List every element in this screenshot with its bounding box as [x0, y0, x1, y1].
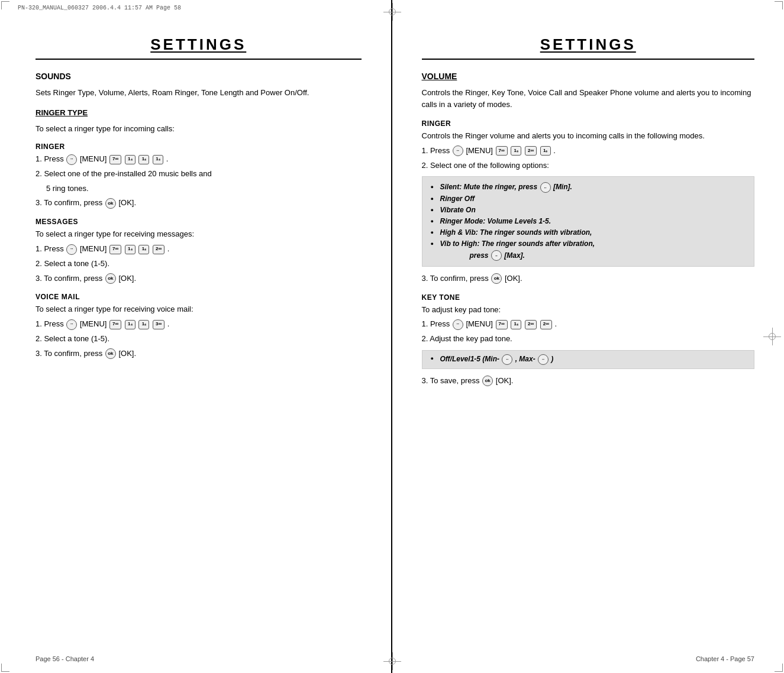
r-key-1b: 1ₛ: [540, 146, 551, 156]
kt-max-key: ··: [538, 354, 549, 365]
r-menu-key: ··: [453, 145, 463, 156]
ringer-type-intro: To select a ringer type for incoming cal…: [36, 123, 362, 135]
msg-key-2: 2∞: [153, 245, 164, 254]
right-ringer-step2: 2. Select one of the following options:: [422, 160, 755, 172]
menu-key-icon: ··: [66, 154, 77, 165]
right-divider: [422, 59, 755, 60]
left-divider: [36, 59, 362, 60]
ringer-step2: 2. Select one of the pre-installed 20 mu…: [36, 168, 362, 180]
keytone-step1: 1. Press ·· [MENU] 7∞ 1ₛ 2∞ 2∞ .: [422, 318, 755, 331]
corner-bracket-bl: [1, 664, 9, 672]
volume-heading: VOLUME: [422, 72, 755, 81]
messages-step3: 3. To confirm, press ok [OK].: [36, 273, 362, 285]
key-1c: 1ₛ: [153, 155, 163, 164]
right-ringer-step3: 3. To confirm, press ok [OK].: [422, 273, 755, 285]
vm-key-7: 7∞: [109, 320, 121, 329]
reg-mark-right: [763, 328, 781, 345]
keytone-option-box: Off/Level1-5 (Min- ·· , Max- ·· ): [422, 350, 755, 369]
kt-key-1: 1ₛ: [511, 320, 521, 329]
left-column: SETTINGS SOUNDS Sets Ringer Type, Volume…: [0, 0, 392, 673]
max-key: ··: [491, 250, 502, 261]
msg-key-7: 7∞: [109, 245, 121, 254]
volume-intro: Controls the Ringer, Key Tone, Voice Cal…: [422, 87, 755, 110]
keytone-step2: 2. Adjust the key pad tone.: [422, 333, 755, 345]
vm-key-3: 3∞: [153, 320, 164, 329]
ringer-sub-heading: RINGER: [36, 143, 362, 151]
option-high-vib: High & Vib: The ringer sounds with vibra…: [431, 227, 746, 238]
ringer-type-heading: RINGER TYPE: [36, 108, 362, 117]
keytone-intro: To adjust key pad tone:: [422, 304, 755, 316]
right-column: SETTINGS VOLUME Controls the Ringer, Key…: [392, 0, 785, 673]
option-silent: Silent: Mute the ringer, press ·· [Min].: [431, 182, 746, 193]
kt-key-7: 7∞: [496, 320, 508, 329]
r-key-7: 7∞: [496, 146, 508, 156]
ringer-step2b: 5 ring tones.: [36, 183, 362, 195]
kt-ok-key: ok: [482, 376, 493, 386]
page-container: PN-320_MANUAL_060327 2006.4.4 11:57 AM P…: [0, 0, 784, 673]
voicemail-sub-heading: VOICE MAIL: [36, 293, 362, 301]
sounds-intro: Sets Ringer Type, Volume, Alerts, Roam R…: [36, 87, 362, 99]
ringer-section: RINGER 1. Press ·· [MENU] 7∞ 1ₛ 1ₛ 1ₛ . …: [36, 143, 362, 209]
ringer-step1: 1. Press ·· [MENU] 7∞ 1ₛ 1ₛ 1ₛ .: [36, 153, 362, 166]
file-header: PN-320_MANUAL_060327 2006.4.4 11:57 AM P…: [18, 5, 181, 11]
ok-key-icon: ok: [105, 198, 116, 209]
right-ringer-intro: Controls the Ringer volume and alerts yo…: [422, 130, 755, 143]
messages-section: MESSAGES To select a ringer type for rec…: [36, 218, 362, 284]
vm-ok-key: ok: [105, 348, 116, 359]
reg-mark-top: [383, 3, 401, 21]
msg-key-1b: 1ₛ: [138, 245, 149, 254]
r-ok-key: ok: [491, 273, 502, 284]
msg-ok-key: ok: [105, 273, 116, 284]
corner-bracket-tl: [1, 1, 9, 9]
left-section-title: SETTINGS: [36, 35, 362, 54]
kt-menu-key: ··: [453, 319, 463, 330]
footer-right: Chapter 4 - Page 57: [696, 655, 754, 662]
keytone-option: Off/Level1-5 (Min- ·· , Max- ·· ): [431, 354, 746, 365]
voicemail-section: VOICE MAIL To select a ringer type for r…: [36, 293, 362, 360]
option-vibrate-on: Vibrate On: [431, 205, 746, 216]
kt-key-2a: 2∞: [525, 320, 537, 329]
voicemail-step3: 3. To confirm, press ok [OK].: [36, 348, 362, 360]
keytone-section: KEY TONE To adjust key pad tone: 1. Pres…: [422, 293, 755, 387]
r-key-2: 2∞: [525, 146, 537, 156]
right-ringer-step1: 1. Press ·· [MENU] 7∞ 1ₛ 2∞ 1ₛ .: [422, 145, 755, 157]
kt-key-2b: 2∞: [540, 320, 552, 329]
msg-menu-key: ··: [66, 244, 77, 255]
right-ringer-heading: RINGER: [422, 119, 755, 128]
key-1b: 1ₛ: [138, 155, 149, 164]
keytone-step3: 3. To save, press ok [OK].: [422, 375, 755, 387]
vm-key-1b: 1ₛ: [138, 320, 149, 329]
r-key-1: 1ₛ: [511, 146, 521, 156]
ringer-options-list: Silent: Mute the ringer, press ·· [Min].…: [431, 182, 746, 261]
messages-sub-heading: MESSAGES: [36, 218, 362, 226]
corner-bracket-br: [775, 664, 783, 672]
ringer-options-box: Silent: Mute the ringer, press ·· [Min].…: [422, 176, 755, 266]
option-vib-high: Vib to High: The ringer sounds after vib…: [431, 238, 746, 261]
voicemail-step0: To select a ringer type for receiving vo…: [36, 303, 362, 316]
right-section-title: SETTINGS: [422, 35, 755, 54]
msg-key-1a: 1ₛ: [125, 245, 135, 254]
keytone-heading: KEY TONE: [422, 293, 755, 302]
vm-key-1a: 1ₛ: [125, 320, 135, 329]
key-7: 7∞: [109, 155, 121, 164]
kt-min-key: ··: [502, 354, 512, 365]
footer-left: Page 56 - Chapter 4: [36, 655, 94, 662]
ringer-step3: 3. To confirm, press ok [OK].: [36, 197, 362, 209]
voicemail-step1: 1. Press ·· [MENU] 7∞ 1ₛ 1ₛ 3∞ .: [36, 318, 362, 331]
min-key: ··: [540, 182, 551, 193]
messages-step1: 1. Press ·· [MENU] 7∞ 1ₛ 1ₛ 2∞ .: [36, 243, 362, 255]
option-ringer-mode: Ringer Mode: Volume Levels 1-5.: [431, 216, 746, 227]
sounds-heading: SOUNDS: [36, 72, 362, 81]
voicemail-step2: 2. Select a tone (1-5).: [36, 333, 362, 345]
messages-step0: To select a ringer type for receiving me…: [36, 228, 362, 241]
corner-bracket-tr: [775, 1, 783, 9]
key-1a: 1ₛ: [125, 155, 135, 164]
messages-step2: 2. Select a tone (1-5).: [36, 258, 362, 270]
vm-menu-key: ··: [66, 319, 77, 330]
option-ringer-off: Ringer Off: [431, 193, 746, 205]
right-ringer-section: RINGER Controls the Ringer volume and al…: [422, 119, 755, 285]
reg-mark-bottom: [383, 652, 401, 670]
